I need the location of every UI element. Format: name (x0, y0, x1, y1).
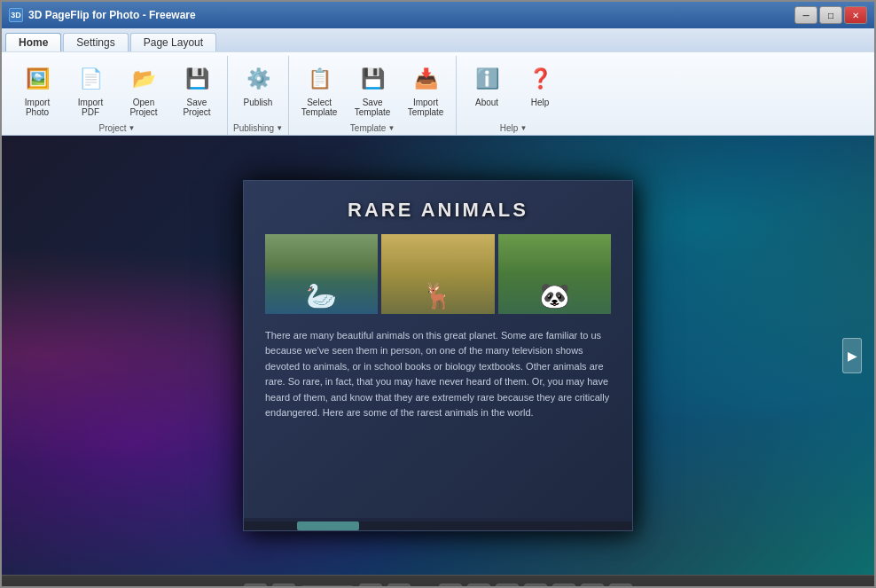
zoom-in-button[interactable]: 🔍 (439, 584, 462, 589)
publishing-buttons: ⚙️ Publish (233, 58, 283, 122)
book-title: RARE ANIMALS (265, 199, 611, 222)
help-label: Help (531, 98, 550, 107)
help-button[interactable]: ❓ Help (515, 58, 565, 112)
import-template-icon: 📥 (409, 62, 442, 96)
save-template-icon: 💾 (356, 62, 389, 96)
book-image-1 (265, 234, 378, 314)
help-group-label: Help ▼ (462, 122, 565, 135)
save-project-icon: 💾 (180, 62, 214, 96)
open-project-label: Open Project (121, 98, 166, 117)
template-group-label: Template ▼ (294, 122, 450, 135)
page-scroll-thumb (297, 521, 359, 530)
book-container: RARE ANIMALS There are many beautiful an… (243, 180, 633, 531)
first-page-button[interactable]: ⏮ (244, 584, 267, 589)
ribbon-group-help: ℹ️ About ❓ Help Help ▼ (457, 56, 570, 135)
tab-settings[interactable]: Settings (63, 33, 128, 51)
book-page: RARE ANIMALS There are many beautiful an… (244, 181, 632, 518)
publish-button[interactable]: ⚙️ Publish (233, 58, 283, 112)
last-page-button[interactable]: ⏭ (387, 584, 411, 589)
bottom-navigation-bar: ⏮ ◀ 1/12 ▶ ⏭ 🔍 ⊡ ▶ 🔊 ⓘ 📤 ⛶ (2, 575, 874, 588)
help-icon: ❓ (523, 62, 557, 96)
next-page-arrow[interactable]: ▶ (842, 338, 862, 373)
help-expand-icon: ▼ (520, 124, 527, 132)
import-pdf-button[interactable]: 📄 Import PDF (66, 58, 115, 122)
publish-icon: ⚙️ (241, 62, 275, 96)
close-button[interactable]: ✕ (844, 6, 867, 24)
book-images (265, 234, 611, 314)
book-image-2 (381, 234, 494, 314)
tab-bar: Home Settings Page Layout (2, 28, 874, 51)
main-viewer: ▶ RARE ANIMALS There are many beautiful … (2, 136, 874, 575)
title-bar: 3D 3D PageFlip for Photo - Freeware ─ □ … (2, 2, 874, 28)
template-buttons: 📋 Select Template 💾 Save Template 📥 Impo… (294, 58, 450, 122)
about-label: About (475, 98, 498, 107)
import-template-button[interactable]: 📥 Import Template (401, 58, 450, 122)
book-body-text: There are many beautiful animals on this… (265, 328, 611, 422)
select-template-icon: 📋 (302, 62, 336, 96)
ribbon-group-project: 🖼️ Import Photo 📄 Import PDF 📂 Open Proj… (7, 56, 228, 135)
ribbon-group-publishing: ⚙️ Publish Publishing ▼ (228, 56, 289, 135)
import-pdf-label: Import PDF (68, 98, 113, 117)
save-project-button[interactable]: 💾 Save Project (172, 58, 222, 122)
import-template-label: Import Template (403, 98, 448, 117)
next-page-button[interactable]: ▶ (359, 584, 382, 589)
project-expand-icon: ▼ (129, 124, 136, 132)
select-template-button[interactable]: 📋 Select Template (294, 58, 344, 122)
window-controls: ─ □ ✕ (794, 6, 867, 24)
about-button[interactable]: ℹ️ About (462, 58, 512, 112)
title-bar-left: 3D 3D PageFlip for Photo - Freeware (9, 8, 196, 22)
import-photo-label: Import Photo (15, 98, 59, 117)
publishing-group-label: Publishing ▼ (233, 122, 283, 135)
save-project-label: Save Project (175, 98, 219, 117)
minimize-button[interactable]: ─ (794, 6, 817, 24)
prev-page-button[interactable]: ◀ (272, 584, 295, 589)
about-icon: ℹ️ (470, 62, 504, 96)
book-image-3 (498, 234, 611, 314)
open-project-button[interactable]: 📂 Open Project (119, 58, 168, 122)
tab-home[interactable]: Home (5, 33, 61, 51)
ribbon: Home Settings Page Layout 🖼️ Import Phot… (2, 28, 874, 136)
save-template-button[interactable]: 💾 Save Template (348, 58, 397, 122)
save-template-label: Save Template (350, 98, 395, 117)
app-icon: 3D (9, 8, 23, 22)
import-pdf-icon: 📄 (74, 62, 107, 96)
open-project-icon: 📂 (127, 62, 160, 96)
window-title: 3D PageFlip for Photo - Freeware (28, 9, 196, 21)
ribbon-group-template: 📋 Select Template 💾 Save Template 📥 Impo… (289, 56, 457, 135)
ribbon-content: 🖼️ Import Photo 📄 Import PDF 📂 Open Proj… (2, 51, 874, 135)
publish-label: Publish (244, 98, 273, 107)
import-photo-icon: 🖼️ (20, 62, 54, 96)
volume-button[interactable]: 🔊 (524, 584, 547, 589)
info-button[interactable]: ⓘ (552, 584, 575, 589)
project-group-label: Project ▼ (12, 122, 222, 135)
select-template-label: Select Template (297, 98, 341, 117)
fit-page-button[interactable]: ⊡ (467, 584, 490, 589)
maximize-button[interactable]: □ (819, 6, 842, 24)
project-buttons: 🖼️ Import Photo 📄 Import PDF 📂 Open Proj… (12, 58, 222, 122)
tab-page-layout[interactable]: Page Layout (130, 33, 216, 51)
publishing-expand-icon: ▼ (276, 124, 283, 132)
share-button[interactable]: 📤 (581, 584, 604, 589)
import-photo-button[interactable]: 🖼️ Import Photo (12, 58, 62, 122)
play-button[interactable]: ▶ (496, 584, 519, 589)
page-scrollbar[interactable] (244, 521, 632, 530)
help-buttons: ℹ️ About ❓ Help (462, 58, 565, 122)
template-expand-icon: ▼ (387, 124, 395, 132)
page-counter: 1/12 (301, 585, 354, 589)
fullscreen-button[interactable]: ⛶ (609, 584, 632, 589)
